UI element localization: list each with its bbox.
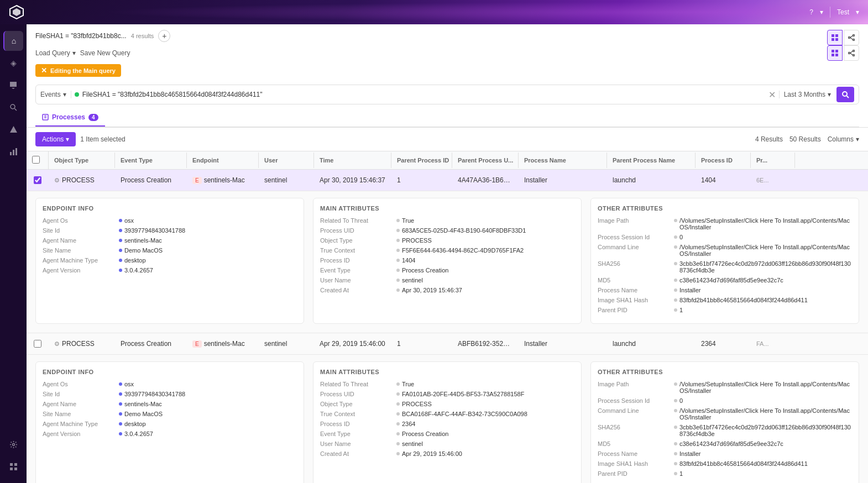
row2-checkbox[interactable] bbox=[27, 337, 49, 351]
process-gear-icon-2: ⚙ bbox=[54, 340, 60, 348]
detail-agent-os: Agent Os osx bbox=[43, 217, 297, 224]
svg-rect-21 bbox=[832, 50, 834, 53]
save-query-button[interactable]: Save New Query bbox=[80, 49, 130, 57]
user-label[interactable]: Test bbox=[837, 8, 849, 16]
query-status-dot bbox=[75, 92, 79, 97]
svg-line-29 bbox=[850, 53, 853, 55]
detail-process-uid: Process UID 683A5CE5-025D-4F43-B190-640F… bbox=[320, 227, 574, 234]
row1-checkbox[interactable] bbox=[27, 173, 49, 187]
svg-point-18 bbox=[849, 37, 850, 39]
svg-rect-5 bbox=[13, 150, 14, 155]
detail-user-name: User Name sentinel bbox=[320, 277, 574, 284]
layout: ⌂ ◈ FileSHA1 = "83fbfd2b41bb8c... 4 resu… bbox=[0, 24, 868, 483]
time-filter-dropdown[interactable]: Last 3 Months ▾ bbox=[779, 91, 831, 98]
th-time: Time bbox=[314, 153, 391, 168]
row2-other-attributes: OTHER ATTRIBUTES Image Path /Volumes/Set… bbox=[590, 361, 859, 483]
share-view-btn2[interactable] bbox=[844, 45, 859, 61]
sidebar-icon-chart[interactable] bbox=[3, 141, 23, 161]
th-parent-process-id: Parent Process ID bbox=[391, 153, 452, 168]
sidebar-icon-graph[interactable]: ◈ bbox=[3, 53, 23, 73]
svg-rect-22 bbox=[835, 50, 838, 53]
grid-view-button[interactable] bbox=[827, 30, 843, 45]
editing-banner: ✕ Editing the Main query bbox=[35, 64, 121, 77]
view-toggle bbox=[827, 30, 859, 45]
grid-view-btn2[interactable] bbox=[827, 45, 843, 61]
sidebar-icon-chat[interactable] bbox=[3, 75, 23, 95]
user-chevron[interactable]: ▾ bbox=[856, 8, 859, 16]
detail-proc-name: Process Name Installer bbox=[598, 287, 852, 293]
help-button[interactable]: ? bbox=[809, 8, 813, 16]
detail-agent-name: Agent Name sentinels-Mac bbox=[43, 237, 297, 244]
row1-process-name: Installer bbox=[519, 173, 607, 187]
sidebar-icon-alert[interactable] bbox=[3, 119, 23, 139]
per-page-selector[interactable]: 50 Results bbox=[789, 135, 821, 143]
row1-main-attributes: MAIN ATTRIBUTES Related To Threat True P… bbox=[313, 198, 582, 324]
svg-rect-12 bbox=[832, 34, 834, 37]
sidebar-icon-search[interactable] bbox=[3, 97, 23, 117]
add-query-button[interactable]: + bbox=[158, 30, 170, 42]
row2-time: Apr 29, 2019 15:46:00 bbox=[314, 337, 391, 351]
sidebar-icon-grid[interactable] bbox=[3, 456, 23, 476]
th-event-type: Event Type bbox=[115, 153, 187, 168]
load-query-button[interactable]: Load Query ▾ bbox=[35, 49, 76, 57]
detail-created-at: Created At Apr 30, 2019 15:46:37 bbox=[320, 287, 574, 293]
tab-processes[interactable]: Processes 4 bbox=[35, 109, 105, 127]
svg-rect-24 bbox=[835, 54, 838, 56]
share-view-button[interactable] bbox=[844, 30, 859, 45]
row2-parent-uid: ABFB6192-3529-4A... bbox=[452, 337, 519, 351]
actions-button[interactable]: Actions ▾ bbox=[35, 132, 76, 146]
row1-more: 6E... bbox=[751, 174, 795, 187]
svg-line-3 bbox=[14, 108, 17, 111]
search-query-text[interactable]: FileSHA1 = "83fbfd2b41bb8c465815664d084f… bbox=[82, 91, 765, 98]
view-toggle-container bbox=[827, 30, 859, 45]
row2-parent-process-name: launchd bbox=[607, 337, 696, 351]
detail-parent-pid: Parent PID 1 bbox=[598, 307, 852, 313]
row2-endpoint: E sentinels-Mac bbox=[187, 337, 259, 351]
row2-endpoint-info: ENDPOINT INFO Agent Os osx Site Id 39397… bbox=[35, 361, 304, 483]
results-count: 4 Results bbox=[755, 135, 783, 143]
columns-button[interactable]: Columns ▾ bbox=[828, 135, 859, 143]
help-chevron[interactable]: ▾ bbox=[820, 8, 823, 16]
view-toggle-right bbox=[827, 45, 859, 61]
detail-agent-version: Agent Version 3.0.4.2657 bbox=[43, 267, 297, 274]
th-parent-process-name: Parent Process Name bbox=[607, 153, 696, 168]
tabs-bar: Processes 4 bbox=[35, 109, 859, 127]
svg-point-7 bbox=[12, 443, 14, 445]
svg-rect-10 bbox=[10, 468, 13, 470]
svg-point-27 bbox=[849, 53, 850, 54]
row2-details: ENDPOINT INFO Agent Os osx Site Id 39397… bbox=[27, 354, 868, 483]
detail-image-sha1: Image SHA1 Hash 83fbfd2b41bb8c465815664d… bbox=[598, 297, 852, 303]
row-main-1[interactable]: ⚙ PROCESS Process Creation E sentinels-M… bbox=[27, 170, 868, 191]
row-main-2[interactable]: ⚙ PROCESS Process Creation E sentinels-M… bbox=[27, 333, 868, 354]
sidebar-icon-settings[interactable] bbox=[3, 434, 23, 454]
row1-parent-uid: 4A47AA36-1B60-40... bbox=[452, 173, 519, 187]
query-title: FileSHA1 = "83fbfd2b41bb8c... bbox=[35, 32, 127, 40]
row1-object-type: ⚙ PROCESS bbox=[49, 173, 115, 187]
events-dropdown[interactable]: Events ▾ bbox=[40, 91, 71, 98]
search-execute-button[interactable] bbox=[836, 87, 854, 102]
query-header: FileSHA1 = "83fbfd2b41bb8c... 4 results … bbox=[35, 30, 859, 42]
table-container[interactable]: Object Type Event Type Endpoint User Tim… bbox=[27, 151, 868, 483]
svg-line-28 bbox=[850, 51, 853, 54]
svg-point-16 bbox=[853, 35, 855, 36]
tab-count-badge: 4 bbox=[88, 114, 98, 121]
app-logo[interactable] bbox=[9, 4, 24, 20]
search-clear-button[interactable]: ✕ bbox=[768, 90, 776, 100]
svg-line-20 bbox=[850, 38, 853, 40]
detail-proc-session-id: Process Session Id 0 bbox=[598, 234, 852, 240]
detail-site-name: Site Name Demo MacOS bbox=[43, 247, 297, 254]
sidebar-icon-home[interactable]: ⌂ bbox=[3, 31, 23, 51]
select-all-checkbox[interactable] bbox=[32, 156, 40, 164]
svg-rect-14 bbox=[832, 38, 834, 41]
svg-rect-6 bbox=[15, 148, 17, 155]
row1-endpoint-info: ENDPOINT INFO Agent Os osx Site Id 39397… bbox=[35, 198, 304, 324]
th-checkbox bbox=[27, 151, 49, 169]
row1-endpoint: E sentinels-Mac bbox=[187, 173, 259, 187]
query-area: FileSHA1 = "83fbfd2b41bb8c... 4 results … bbox=[27, 24, 868, 128]
row2-user: sentinel bbox=[259, 337, 314, 351]
editing-banner-close[interactable]: ✕ bbox=[41, 66, 47, 75]
endpoint-badge-2: E bbox=[192, 340, 202, 348]
detail-proc-id: Process ID 1404 bbox=[320, 257, 574, 264]
svg-rect-11 bbox=[14, 468, 17, 470]
row2-parent-pid: 1 bbox=[391, 337, 452, 351]
